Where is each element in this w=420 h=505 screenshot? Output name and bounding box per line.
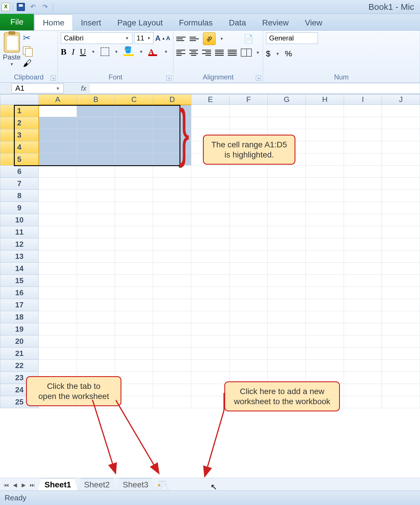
decrease-font-size-button[interactable]: A (166, 35, 170, 42)
last-sheet-button[interactable]: ⏭ (28, 481, 36, 489)
cell[interactable] (344, 153, 382, 166)
cell[interactable] (77, 348, 115, 360)
cell[interactable] (344, 166, 382, 178)
cell[interactable] (191, 299, 230, 311)
clipboard-launcher[interactable]: ↘ (51, 75, 56, 81)
cut-button[interactable]: ✂ (23, 32, 32, 43)
cell[interactable] (191, 372, 230, 384)
cell[interactable] (306, 141, 344, 153)
font-launcher[interactable]: ↘ (166, 75, 171, 81)
font-color-button[interactable]: A (148, 47, 159, 56)
row-header[interactable]: 18 (0, 311, 39, 323)
excel-app-icon[interactable]: X (2, 3, 10, 11)
cell[interactable] (230, 238, 268, 250)
fill-color-button[interactable] (123, 47, 134, 56)
cell[interactable] (191, 323, 230, 335)
row-header[interactable]: 22 (0, 360, 39, 372)
cell[interactable] (39, 190, 77, 202)
cell[interactable] (306, 287, 344, 299)
cell[interactable] (39, 166, 77, 178)
cell[interactable] (344, 250, 382, 263)
column-header[interactable]: J (382, 94, 420, 105)
cell[interactable] (344, 287, 382, 299)
cell[interactable] (191, 214, 230, 226)
cell[interactable] (77, 275, 115, 287)
cell[interactable] (268, 348, 306, 360)
cell[interactable] (382, 275, 420, 287)
cell[interactable] (39, 323, 77, 335)
cell[interactable] (344, 323, 382, 335)
column-header[interactable]: C (115, 94, 153, 105)
cell[interactable] (77, 105, 115, 117)
row-header[interactable]: 4 (0, 141, 39, 153)
cell[interactable] (39, 214, 77, 226)
cell[interactable] (382, 299, 420, 311)
cell[interactable] (230, 360, 268, 372)
cell[interactable] (191, 166, 230, 178)
column-header[interactable]: A (39, 94, 77, 105)
tab-view[interactable]: View (297, 15, 330, 30)
cell[interactable] (344, 141, 382, 153)
cell[interactable] (77, 263, 115, 275)
cell[interactable] (191, 384, 230, 396)
cell[interactable] (115, 238, 153, 250)
row-header[interactable]: 5 (0, 153, 39, 166)
cell[interactable] (191, 360, 230, 372)
cell[interactable] (191, 178, 230, 190)
prev-sheet-button[interactable]: ◀ (11, 481, 19, 489)
formula-input[interactable] (89, 83, 420, 93)
cell[interactable] (268, 178, 306, 190)
cell[interactable] (230, 178, 268, 190)
currency-button[interactable]: $ (266, 49, 271, 58)
cell[interactable] (268, 117, 306, 129)
cell[interactable] (382, 348, 420, 360)
tab-formulas[interactable]: Formulas (171, 15, 221, 30)
cell[interactable] (268, 190, 306, 202)
cell[interactable] (344, 129, 382, 141)
row-header[interactable]: 17 (0, 299, 39, 311)
row-header[interactable]: 16 (0, 287, 39, 299)
row-header[interactable]: 8 (0, 190, 39, 202)
cell[interactable] (39, 178, 77, 190)
cell[interactable] (306, 178, 344, 190)
cell[interactable] (382, 117, 420, 129)
cell[interactable] (382, 311, 420, 323)
cell[interactable] (115, 311, 153, 323)
cell[interactable] (153, 287, 191, 299)
merge-cells-button[interactable] (241, 49, 252, 57)
row-header[interactable]: 7 (0, 178, 39, 190)
cell[interactable] (268, 214, 306, 226)
cell[interactable] (153, 299, 191, 311)
cell[interactable] (230, 226, 268, 238)
undo-button[interactable]: ↶ (27, 2, 38, 12)
cell[interactable] (191, 250, 230, 263)
percent-button[interactable]: % (285, 49, 292, 58)
cell[interactable] (115, 250, 153, 263)
cell[interactable] (77, 153, 115, 166)
row-header[interactable]: 3 (0, 129, 39, 141)
cell[interactable] (115, 166, 153, 178)
cell[interactable] (77, 311, 115, 323)
cell[interactable] (77, 323, 115, 335)
tab-review[interactable]: Review (254, 15, 297, 30)
cell[interactable] (344, 178, 382, 190)
cell[interactable] (191, 105, 230, 117)
cell[interactable] (191, 238, 230, 250)
cell[interactable] (382, 323, 420, 335)
cell[interactable] (268, 287, 306, 299)
cell[interactable] (115, 178, 153, 190)
cell[interactable] (191, 190, 230, 202)
cell[interactable] (77, 360, 115, 372)
cell[interactable] (230, 105, 268, 117)
cell[interactable] (306, 226, 344, 238)
cell[interactable] (268, 263, 306, 275)
cell[interactable] (153, 190, 191, 202)
cell[interactable] (77, 250, 115, 263)
cell[interactable] (268, 226, 306, 238)
cell[interactable] (39, 275, 77, 287)
row-header[interactable]: 10 (0, 214, 39, 226)
cell[interactable] (77, 238, 115, 250)
cell[interactable] (77, 129, 115, 141)
cell[interactable] (153, 348, 191, 360)
paste-button[interactable]: Paste ▼ (3, 32, 21, 66)
